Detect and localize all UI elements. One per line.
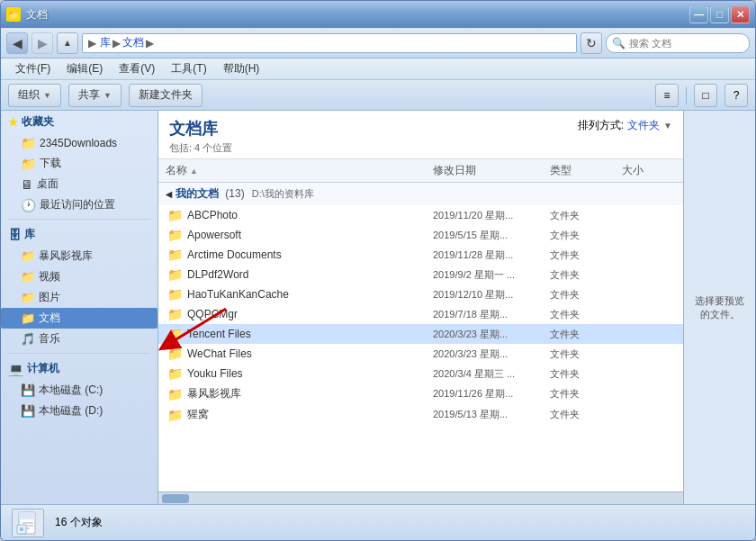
sidebar-item-downloads[interactable]: 📁 下载 (1, 153, 158, 174)
forward-button[interactable]: ▶ (32, 32, 53, 54)
path-library: 库 (100, 35, 111, 50)
sidebar-label-doc: 文档 (39, 311, 60, 326)
file-group-header: ◀ 我的文档 (13) D:\我的资料库 (158, 183, 683, 205)
folder-icon-apowersoft: 📁 (166, 228, 184, 242)
group-expand-icon[interactable]: ◀ (166, 190, 172, 199)
minimize-button[interactable]: — (689, 6, 708, 23)
sidebar-item-pictures[interactable]: 📁 图片 (1, 287, 158, 308)
file-row-wechat[interactable]: 📁 WeChat Files 2020/3/23 星期... 文件夹 (158, 344, 683, 364)
file-date-haotukankan: 2019/12/10 星期... (433, 288, 550, 302)
sidebar-label-desktop: 桌面 (37, 176, 58, 192)
file-name-baofeng: 暴风影视库 (187, 386, 433, 401)
sidebar-scroll[interactable]: ★ 收藏夹 📁 2345Downloads 📁 下载 🖥 桌面 (1, 111, 158, 504)
share-arrow: ▼ (104, 91, 112, 100)
view-list-button[interactable]: ≡ (655, 84, 679, 107)
menu-help[interactable]: 帮助(H) (216, 59, 267, 78)
back-button[interactable]: ◀ (6, 32, 28, 54)
file-type-haotukankan: 文件夹 (550, 288, 622, 302)
file-date-xingwo: 2019/5/13 星期... (433, 408, 550, 421)
library-header[interactable]: 🗄 库 (1, 223, 158, 246)
file-date-arctime: 2019/11/28 星期... (433, 248, 550, 262)
computer-icon: 💻 (8, 362, 23, 376)
file-name-qqpcmgr: QQPCMgr (187, 308, 433, 320)
sidebar-item-2345downloads[interactable]: 📁 2345Downloads (1, 133, 158, 153)
explorer-window: 📁 文档 — □ ✕ ◀ ▶ ▲ ▶ 库 ▶ 文档 ▶ ↻ 🔍 文件(F) 编辑… (0, 0, 756, 541)
preview-pane: 选择要预览的文件。 (683, 111, 755, 504)
search-box[interactable]: 🔍 (606, 33, 750, 53)
sidebar-item-video[interactable]: 📁 视频 (1, 266, 158, 287)
divider-2 (8, 353, 150, 354)
sort-arrow-icon[interactable]: ▼ (663, 121, 672, 131)
organize-button[interactable]: 组织 ▼ (8, 84, 61, 107)
group-path: D:\我的资料库 (252, 187, 314, 201)
horizontal-scrollbar[interactable] (158, 491, 683, 504)
folder-icon-arctime: 📁 (166, 248, 184, 262)
file-name-xingwo: 猩窝 (187, 407, 433, 422)
file-row-qqpcmgr[interactable]: 📁 QQPCMgr 2019/7/18 星期... 文件夹 (158, 304, 683, 324)
menu-edit[interactable]: 编辑(E) (59, 59, 110, 78)
favorites-triangle: ★ (8, 116, 18, 129)
favorites-header[interactable]: ★ 收藏夹 (1, 111, 158, 133)
content-subtitle: 包括: 4 个位置 (169, 141, 232, 155)
title-controls: — □ ✕ (689, 6, 750, 23)
content-pane: 文档库 包括: 4 个位置 排列方式: 文件夹 ▼ 名称 ▲ 修改日期 (158, 111, 683, 504)
sidebar-label-bf: 暴风影视库 (39, 248, 93, 264)
sidebar-item-desktop[interactable]: 🖥 桌面 (1, 174, 158, 194)
file-type-xingwo: 文件夹 (550, 408, 622, 421)
file-row-abcphoto[interactable]: 📁 ABCPhoto 2019/11/20 星期... 文件夹 (158, 205, 683, 225)
sidebar-label-2345: 2345Downloads (40, 137, 117, 149)
sidebar-item-music[interactable]: 🎵 音乐 (1, 329, 158, 349)
status-file-icon (12, 509, 44, 537)
window-icon: 📁 (6, 7, 21, 22)
sidebar-item-drive-c[interactable]: 💾 本地磁盘 (C:) (1, 380, 158, 401)
refresh-button[interactable]: ↻ (580, 32, 602, 54)
view-pane-button[interactable]: □ (694, 84, 717, 107)
col-header-type[interactable]: 类型 (550, 163, 622, 178)
file-name-haotukankan: HaoTuKanKanCache (187, 288, 433, 301)
col-header-size[interactable]: 大小 (622, 163, 676, 178)
sidebar-item-drive-d[interactable]: 💾 本地磁盘 (D:) (1, 401, 158, 421)
sidebar-item-recent[interactable]: 🕐 最近访问的位置 (1, 194, 158, 215)
title-bar-left: 📁 文档 (6, 7, 48, 23)
file-row-baofeng[interactable]: 📁 暴风影视库 2019/11/26 星期... 文件夹 (158, 383, 683, 404)
col-header-date[interactable]: 修改日期 (433, 163, 550, 178)
h-scroll-thumb[interactable] (162, 494, 189, 503)
desktop-icon: 🖥 (21, 177, 33, 192)
sidebar-item-documents[interactable]: 📁 文档 (1, 308, 158, 329)
file-row-arctime[interactable]: 📁 Arctime Documents 2019/11/28 星期... 文件夹 (158, 245, 683, 265)
search-input[interactable] (629, 38, 719, 49)
folder-icon-haotukankan: 📁 (166, 287, 184, 302)
up-button[interactable]: ▲ (57, 32, 78, 54)
new-folder-button[interactable]: 新建文件夹 (129, 84, 202, 107)
maximize-button[interactable]: □ (710, 6, 729, 23)
computer-section: 💻 计算机 💾 本地磁盘 (C:) 💾 本地磁盘 (D:) (1, 357, 158, 421)
address-path[interactable]: ▶ 库 ▶ 文档 ▶ (82, 33, 577, 53)
computer-header[interactable]: 💻 计算机 (1, 357, 158, 380)
library-label: 库 (24, 227, 35, 242)
menu-view[interactable]: 查看(V) (112, 59, 162, 78)
col-header-name[interactable]: 名称 ▲ (166, 163, 433, 178)
file-row-dlpdf[interactable]: 📁 DLPdf2Word 2019/9/2 星期一 ... 文件夹 (158, 265, 683, 284)
file-list: ◀ 我的文档 (13) D:\我的资料库 📁 ABCPhoto 2019/11/… (158, 183, 683, 491)
file-name-abcphoto: ABCPhoto (187, 209, 433, 221)
menu-tools[interactable]: 工具(T) (164, 59, 213, 78)
path-arrow: ▶ (88, 37, 96, 50)
file-row-apowersoft[interactable]: 📁 Apowersoft 2019/5/15 星期... 文件夹 (158, 225, 683, 245)
share-button[interactable]: 共享 ▼ (68, 84, 122, 107)
sidebar-item-baofeng[interactable]: 📁 暴风影视库 (1, 246, 158, 266)
path-documents: 文档 (122, 35, 144, 50)
close-button[interactable]: ✕ (731, 6, 750, 23)
menu-file[interactable]: 文件(F) (8, 59, 58, 78)
file-row-tencent[interactable]: 📁 Tencent Files 2020/3/23 星期... 文件夹 (158, 324, 683, 344)
sort-value[interactable]: 文件夹 (627, 118, 660, 133)
folder-icon-qqpcmgr: 📁 (166, 307, 184, 321)
help-button[interactable]: ? (724, 84, 748, 107)
folder-icon-abcphoto: 📁 (166, 208, 184, 222)
sidebar-label-pic: 图片 (39, 290, 60, 305)
folder-icon-youku: 📁 (166, 366, 184, 381)
file-row-youku[interactable]: 📁 Youku Files 2020/3/4 星期三 ... 文件夹 (158, 364, 683, 383)
file-row-haotukankan[interactable]: 📁 HaoTuKanKanCache 2019/12/10 星期... 文件夹 (158, 284, 683, 304)
file-row-xingwo[interactable]: 📁 猩窝 2019/5/13 星期... 文件夹 (158, 404, 683, 425)
folder-icon-bf: 📁 (21, 249, 35, 263)
file-type-baofeng: 文件夹 (550, 387, 622, 401)
